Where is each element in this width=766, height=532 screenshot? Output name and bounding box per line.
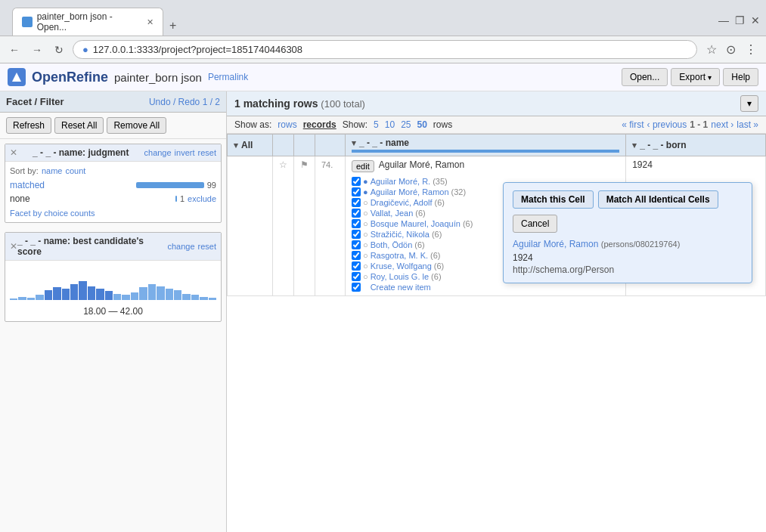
cand-radio-4[interactable]: ○: [363, 219, 368, 228]
show-count-50[interactable]: 50: [417, 119, 427, 130]
cand-check-6[interactable]: [352, 240, 361, 249]
facet-name-change[interactable]: change: [144, 148, 172, 157]
hist-bar-15: [131, 292, 138, 300]
sort-by-count[interactable]: count: [65, 166, 85, 175]
star-icon[interactable]: ☆: [279, 159, 287, 170]
cand-link-4[interactable]: Bosque Maurel, Joaquín: [371, 219, 461, 228]
page-previous[interactable]: ‹ previous: [647, 119, 687, 130]
facet-by-choice-link[interactable]: Facet by choice counts: [10, 209, 216, 218]
match-this-cell-button[interactable]: Match this Cell: [513, 190, 594, 209]
browser-chrome: painter_born json - Open... ✕ + — ❐ ✕ ← …: [0, 0, 766, 63]
undo-redo-link[interactable]: Undo / Redo 1 / 2: [149, 97, 220, 107]
th-name-header: ▾ _ - _ - name: [352, 138, 619, 148]
minimize-icon[interactable]: —: [718, 14, 729, 26]
sort-by-name[interactable]: name: [42, 166, 63, 175]
menu-icon[interactable]: ⋮: [742, 41, 760, 58]
cand-radio-7[interactable]: ○: [363, 251, 368, 260]
address-bar[interactable]: ● 127.0.0.1:3333/project?project=1851740…: [73, 40, 697, 59]
th-num: [315, 135, 346, 156]
show-count-25[interactable]: 25: [401, 119, 411, 130]
cand-link-0[interactable]: Aguilar Moré, R.: [371, 177, 430, 186]
flag-icon[interactable]: ⚑: [300, 159, 309, 170]
page-first[interactable]: « first: [622, 119, 644, 130]
facet-name-close[interactable]: ✕: [10, 147, 17, 158]
profile-icon[interactable]: ⊙: [723, 41, 739, 58]
refresh-button[interactable]: Refresh: [6, 117, 51, 134]
cand-check-0[interactable]: [352, 177, 361, 186]
remove-all-button[interactable]: Remove All: [107, 117, 166, 134]
th-born-dropdown[interactable]: ▾: [632, 141, 637, 150]
cand-link-5[interactable]: Stražičić, Nikola: [371, 230, 430, 239]
back-button[interactable]: ←: [6, 42, 23, 57]
cand-check-2[interactable]: [352, 198, 361, 207]
show-count-10[interactable]: 10: [385, 119, 395, 130]
cand-radio-2[interactable]: ○: [363, 198, 368, 207]
permalink-link[interactable]: Permalink: [208, 72, 248, 82]
page-next[interactable]: next ›: [711, 119, 733, 130]
open-button[interactable]: Open...: [622, 68, 668, 86]
show-as-rows[interactable]: rows: [278, 119, 296, 130]
th-dropdown-all[interactable]: ▾: [234, 141, 238, 150]
new-tab-button[interactable]: +: [163, 16, 182, 36]
cand-link-2[interactable]: Dragičević, Adolf: [371, 198, 433, 207]
cand-radio-6[interactable]: ○: [363, 240, 368, 249]
cand-check-4[interactable]: [352, 219, 361, 228]
show-as-bar: Show as: rows records Show: 5 10 25 50 r…: [227, 116, 766, 134]
edit-button[interactable]: edit: [352, 160, 374, 172]
bookmark-icon[interactable]: ☆: [703, 41, 720, 58]
page-current: 1 - 1: [690, 119, 708, 130]
close-tab-icon[interactable]: ✕: [147, 17, 154, 27]
cand-check-1[interactable]: [352, 187, 361, 196]
cand-check-create[interactable]: [352, 283, 361, 292]
cand-link-create[interactable]: Create new item: [371, 283, 431, 292]
cancel-button[interactable]: Cancel: [513, 215, 557, 233]
th-name-dropdown[interactable]: ▾: [352, 138, 356, 148]
help-button[interactable]: Help: [723, 68, 758, 86]
cand-check-7[interactable]: [352, 251, 361, 260]
cand-check-5[interactable]: [352, 230, 361, 239]
address-text: 127.0.0.1:3333/project?project=185174044…: [93, 44, 687, 55]
facet-score-change[interactable]: change: [167, 242, 194, 251]
cand-link-1[interactable]: Aguilar Moré, Ramon: [371, 187, 449, 196]
export-button[interactable]: Export ▾: [671, 68, 720, 86]
close-window-icon[interactable]: ✕: [751, 14, 760, 26]
td-star: ☆: [273, 156, 294, 296]
rows-info: 1 matching rows (100 total): [234, 97, 365, 110]
cand-link-9[interactable]: Roy, Louis G. le: [371, 272, 429, 281]
page-last[interactable]: last »: [737, 119, 758, 130]
cand-radio-8[interactable]: ○: [363, 261, 368, 271]
cand-check-8[interactable]: [352, 261, 361, 271]
facet-filter-tab[interactable]: Facet / Filter: [6, 96, 64, 107]
facet-score-close[interactable]: ✕: [10, 241, 17, 252]
hist-bar-12: [105, 291, 113, 300]
lock-icon: ●: [82, 44, 88, 55]
choice-none-label[interactable]: none: [10, 193, 30, 204]
cand-link-3[interactable]: Vallat, Jean: [371, 209, 414, 218]
wikidata-button[interactable]: ▾: [740, 95, 758, 112]
cand-radio-1[interactable]: ●: [363, 187, 368, 196]
show-as-records[interactable]: records: [303, 119, 336, 130]
active-tab[interactable]: painter_born json - Open... ✕: [12, 8, 163, 36]
cand-radio-0[interactable]: ●: [363, 177, 368, 186]
cand-radio-9[interactable]: ○: [363, 272, 368, 281]
show-count-5[interactable]: 5: [374, 119, 379, 130]
cand-check-3[interactable]: [352, 209, 361, 218]
popup-entity-link[interactable]: Aguilar Moré, Ramon (persons/080219764): [513, 239, 680, 249]
facet-name-reset[interactable]: reset: [198, 148, 216, 157]
choice-matched-label[interactable]: matched: [10, 180, 45, 190]
match-all-identical-button[interactable]: Match All Identical Cells: [598, 190, 718, 209]
facet-score-reset[interactable]: reset: [198, 242, 216, 251]
cand-check-9[interactable]: [352, 272, 361, 281]
cand-radio-5[interactable]: ○: [363, 230, 368, 239]
cand-count-0: (35): [433, 177, 448, 186]
choice-none-exclude[interactable]: exclude: [188, 194, 216, 203]
reload-button[interactable]: ↻: [51, 42, 67, 57]
cand-link-7[interactable]: Rasgotra, M. K.: [371, 251, 428, 260]
maximize-icon[interactable]: ❐: [735, 14, 745, 26]
reset-all-button[interactable]: Reset All: [54, 117, 104, 134]
cand-radio-3[interactable]: ○: [363, 209, 368, 218]
forward-button[interactable]: →: [29, 42, 45, 57]
cand-link-8[interactable]: Kruse, Wolfgang: [371, 261, 432, 271]
cand-link-6[interactable]: Both, Ödön: [371, 240, 413, 249]
facet-name-invert[interactable]: invert: [175, 148, 195, 157]
